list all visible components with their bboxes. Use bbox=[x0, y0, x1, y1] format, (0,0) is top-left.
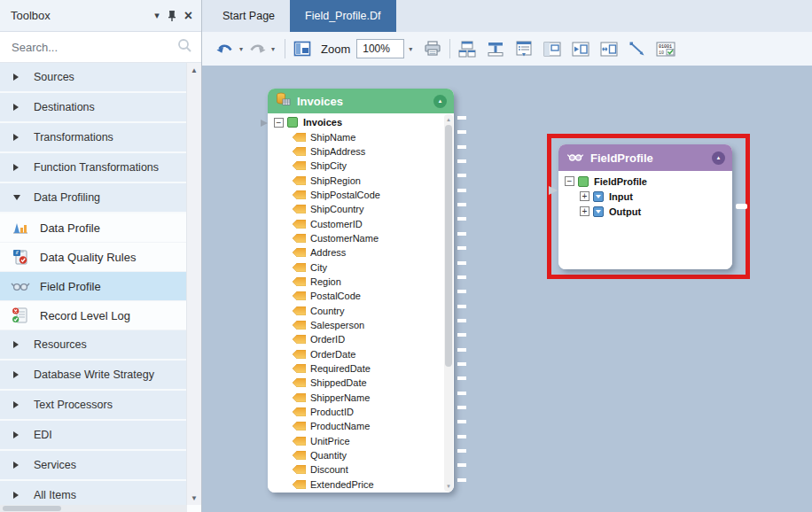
field-row[interactable]: ProductID bbox=[274, 405, 441, 419]
field-row[interactable]: Quantity bbox=[274, 448, 441, 462]
collapse-toggle[interactable]: − bbox=[565, 176, 574, 186]
close-icon[interactable]: × bbox=[184, 9, 192, 23]
zoom-select[interactable]: 100% bbox=[356, 39, 404, 58]
toolbox-category-row[interactable]: Function Transformations bbox=[0, 153, 186, 183]
field-row[interactable]: OrderDate bbox=[274, 347, 441, 361]
field-row[interactable]: Country bbox=[274, 303, 441, 317]
toolbox-category-row[interactable]: Text Processors bbox=[0, 391, 186, 421]
field-row[interactable]: CustomerName bbox=[274, 231, 441, 245]
toolbox-item-field-profile[interactable]: Field Profile bbox=[0, 272, 186, 301]
redo-dropdown-icon[interactable]: ▾ bbox=[268, 37, 278, 60]
field-profile-node-header[interactable]: FieldProfile ▲ bbox=[558, 144, 732, 171]
field-profile-output-port[interactable] bbox=[736, 204, 747, 209]
toolbox-category-row[interactable]: Resources bbox=[0, 330, 186, 361]
field-name: Quantity bbox=[310, 450, 347, 461]
print-button[interactable] bbox=[422, 37, 443, 60]
field-row[interactable]: ShipName bbox=[274, 129, 441, 144]
field-row[interactable]: ShipAddress bbox=[274, 144, 441, 159]
field-row[interactable]: City bbox=[274, 260, 441, 274]
expand-all-items-button[interactable] bbox=[513, 37, 535, 60]
dock-properties-button[interactable] bbox=[542, 37, 563, 60]
scroll-down-icon[interactable]: ▼ bbox=[187, 491, 201, 505]
field-row[interactable]: ShipPostalCode bbox=[274, 188, 441, 202]
tab-start-page[interactable]: Start Page bbox=[207, 0, 290, 32]
scroll-up-icon[interactable]: ▲ bbox=[444, 115, 453, 124]
toolbox-item-record-level-log[interactable]: Record Level Log bbox=[0, 301, 186, 330]
scrollbar-thumb[interactable] bbox=[3, 506, 61, 511]
glasses-icon bbox=[566, 150, 584, 166]
toolbox-item-data-profile[interactable]: Data Profile bbox=[0, 213, 186, 243]
invoices-input-port[interactable] bbox=[261, 120, 268, 127]
toolbox-category-row[interactable]: Transformations bbox=[0, 123, 186, 153]
toolbox-panel: Toolbox ▾ × Sources Destinat bbox=[0, 0, 202, 512]
expand-toggle[interactable]: + bbox=[580, 206, 589, 216]
field-row[interactable]: RequiredDate bbox=[274, 361, 441, 376]
field-row[interactable]: PostalCode bbox=[274, 289, 441, 303]
field-row[interactable]: Address bbox=[274, 245, 441, 260]
expand-arrow-icon bbox=[13, 195, 20, 200]
invoices-node[interactable]: Invoices ▲ − Invoices ShipName bbox=[268, 89, 454, 493]
invoices-node-header[interactable]: Invoices ▲ bbox=[268, 89, 454, 113]
expand-toggle[interactable]: + bbox=[580, 191, 589, 201]
field-profile-input-port[interactable] bbox=[549, 186, 558, 195]
draw-link-button[interactable] bbox=[627, 37, 648, 60]
field-row[interactable]: ExtendedPrice bbox=[274, 477, 441, 492]
tab-field-profile-df[interactable]: Field_Profile.Df bbox=[290, 0, 395, 32]
pin-icon[interactable] bbox=[168, 11, 176, 21]
collapse-node-button[interactable]: ▲ bbox=[712, 151, 725, 165]
field-row[interactable]: ShipRegion bbox=[274, 173, 441, 187]
collapse-toggle[interactable]: − bbox=[274, 118, 284, 128]
toolbox-category-row[interactable]: Services bbox=[0, 451, 186, 481]
field-row[interactable]: ShipCountry bbox=[274, 202, 441, 216]
field-row[interactable]: Region bbox=[274, 275, 441, 289]
scrollbar-thumb[interactable] bbox=[445, 125, 452, 367]
tree-child-row[interactable]: + Input bbox=[565, 189, 725, 204]
search-icon[interactable] bbox=[177, 38, 192, 57]
auto-layout-button[interactable] bbox=[457, 37, 478, 60]
expand-node-button[interactable] bbox=[570, 37, 591, 60]
toolbox-category-row[interactable]: Database Write Strategy bbox=[0, 361, 186, 391]
field-profile-children: + Input + Output bbox=[565, 189, 725, 219]
zoom-dropdown-icon[interactable]: ▾ bbox=[404, 39, 417, 58]
tree-root-row[interactable]: − Invoices bbox=[274, 115, 441, 129]
field-row[interactable]: Discount bbox=[274, 462, 441, 477]
field-row[interactable]: UnitPrice bbox=[274, 434, 441, 448]
field-name: UnitPrice bbox=[310, 436, 350, 446]
subtree-icon bbox=[593, 191, 604, 202]
resize-node-button[interactable] bbox=[598, 37, 620, 60]
preview-data-button[interactable]: 0100110 bbox=[655, 37, 676, 60]
diagram-preview-button[interactable] bbox=[292, 37, 313, 60]
field-row[interactable]: CustomerID bbox=[274, 216, 441, 230]
field-row[interactable]: OrderID bbox=[274, 332, 441, 346]
toolbox-vertical-scrollbar[interactable]: ▲ ▼ bbox=[186, 63, 201, 505]
tree-layout-button[interactable] bbox=[485, 37, 506, 60]
field-row[interactable]: ShipCity bbox=[274, 159, 441, 173]
toolbox-item-data-quality-rules[interactable]: if Data Quality Rules bbox=[0, 243, 186, 272]
field-name: ShipAddress bbox=[310, 146, 365, 157]
redo-button[interactable] bbox=[246, 37, 268, 60]
toolbox-category-row[interactable]: EDI bbox=[0, 421, 186, 451]
field-tag-icon bbox=[293, 248, 306, 257]
dataflow-canvas[interactable]: Invoices ▲ − Invoices ShipName bbox=[202, 66, 812, 512]
field-row[interactable]: ShipperName bbox=[274, 391, 441, 405]
expand-arrow-icon bbox=[13, 371, 19, 378]
search-input[interactable] bbox=[12, 41, 177, 54]
undo-button[interactable] bbox=[215, 37, 236, 60]
toolbox-category-row[interactable]: Data Profiling bbox=[0, 183, 186, 213]
tree-root-row[interactable]: − FieldProfile bbox=[565, 174, 725, 189]
collapse-node-button[interactable]: ▲ bbox=[433, 95, 447, 108]
field-row[interactable]: ProductName bbox=[274, 419, 441, 433]
field-row[interactable]: Salesperson bbox=[274, 318, 441, 332]
toolbox-category-row[interactable]: Sources bbox=[0, 63, 186, 93]
invoices-output-ports[interactable] bbox=[457, 116, 466, 492]
toolbox-category-row[interactable]: Destinations bbox=[0, 93, 186, 123]
scroll-down-icon[interactable]: ▼ bbox=[444, 482, 453, 491]
toolbox-horizontal-scrollbar[interactable] bbox=[0, 505, 187, 512]
field-row[interactable]: ShippedDate bbox=[274, 376, 441, 390]
field-profile-node[interactable]: FieldProfile ▲ − FieldProfile + bbox=[558, 144, 732, 269]
undo-dropdown-icon[interactable]: ▾ bbox=[236, 37, 246, 60]
node-vertical-scrollbar[interactable]: ▲ ▼ bbox=[444, 114, 453, 492]
window-menu-chevron-icon[interactable]: ▾ bbox=[154, 11, 160, 20]
tree-child-row[interactable]: + Output bbox=[565, 204, 725, 219]
scroll-up-icon[interactable]: ▲ bbox=[187, 63, 201, 77]
